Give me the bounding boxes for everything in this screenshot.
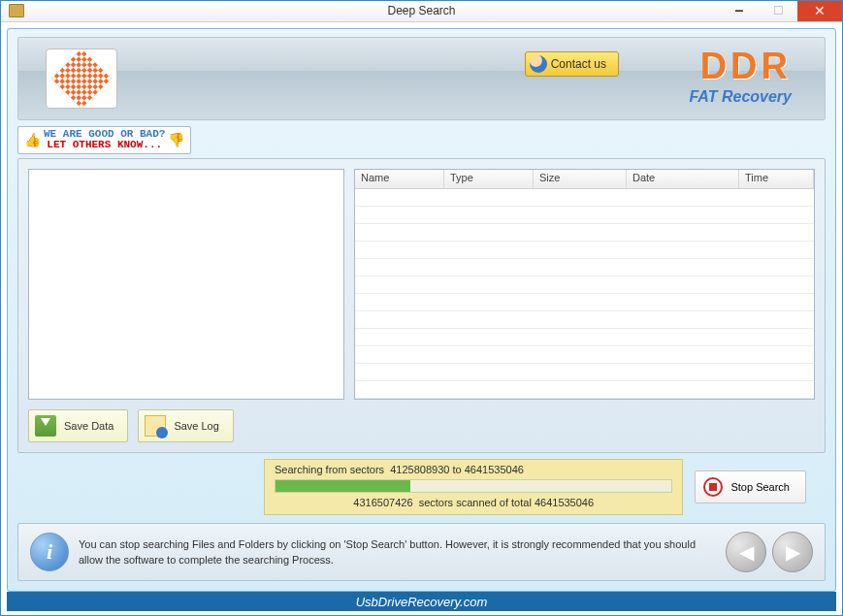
arrow-left-icon: ◀ — [739, 540, 754, 564]
col-name[interactable]: Name — [355, 170, 444, 188]
rating-line2: LET OTHERS KNOW... — [44, 140, 165, 151]
rating-button[interactable]: 👍 WE ARE GOOD OR BAD? LET OTHERS KNOW...… — [17, 126, 191, 154]
checker-icon — [51, 49, 112, 109]
table-row[interactable] — [355, 381, 814, 399]
table-row[interactable] — [355, 189, 814, 207]
table-row[interactable] — [355, 329, 814, 346]
back-button[interactable]: ◀ — [726, 532, 766, 572]
help-area: i You can stop searching Files and Folde… — [17, 523, 826, 581]
footer-link[interactable]: UsbDriveRecovery.com — [356, 595, 488, 609]
progress-bar-fill — [276, 480, 410, 492]
table-row[interactable] — [355, 242, 814, 259]
table-row[interactable] — [355, 311, 814, 329]
maximize-button[interactable]: ☐ — [759, 1, 797, 21]
window-controls: – ☐ ✕ — [720, 1, 842, 21]
save-data-button[interactable]: Save Data — [28, 409, 128, 442]
contact-label: Contact us — [551, 57, 606, 71]
window-title: Deep Search — [387, 4, 455, 17]
brand-title: DDR — [689, 48, 792, 84]
app-icon — [9, 4, 24, 17]
table-row[interactable] — [355, 364, 814, 381]
table-row[interactable] — [355, 224, 814, 242]
logo-box — [46, 49, 117, 109]
work-area: Name Type Size Date Time — [17, 158, 826, 453]
progress-bar — [275, 479, 672, 493]
col-time[interactable]: Time — [739, 170, 814, 188]
stop-search-button[interactable]: Stop Search — [695, 470, 806, 503]
thumb-down-icon: 👎 — [168, 132, 184, 148]
table-row[interactable] — [355, 259, 814, 276]
save-log-label: Save Log — [174, 420, 218, 432]
grid-header: Name Type Size Date Time — [355, 170, 814, 189]
brand: DDR FAT Recovery — [689, 48, 792, 106]
help-text: You can stop searching Files and Folders… — [79, 536, 716, 568]
stop-label: Stop Search — [730, 481, 790, 493]
col-date[interactable]: Date — [627, 170, 739, 188]
progress-area: Searching from sectors 4125808930 to 464… — [17, 459, 826, 515]
button-row: Save Data Save Log — [28, 409, 815, 442]
info-icon: i — [30, 533, 69, 571]
arrow-right-icon: ▶ — [786, 540, 800, 564]
footer: UsbDriveRecovery.com — [7, 592, 836, 611]
contact-us-button[interactable]: Contact us — [525, 51, 619, 77]
folder-tree[interactable] — [28, 169, 344, 400]
person-icon — [530, 55, 547, 73]
table-row[interactable] — [355, 294, 814, 311]
minimize-button[interactable]: – — [720, 1, 759, 21]
stop-icon — [703, 477, 723, 497]
table-row[interactable] — [355, 346, 814, 364]
progress-count-text: 4316507426 sectors scanned of total 4641… — [275, 497, 672, 508]
table-row[interactable] — [355, 207, 814, 224]
grid-rows — [355, 189, 814, 399]
thumb-up-icon: 👍 — [24, 132, 41, 148]
progress-box: Searching from sectors 4125808930 to 464… — [264, 459, 683, 515]
save-log-button[interactable]: Save Log — [138, 409, 233, 442]
header-banner: Contact us DDR FAT Recovery — [17, 37, 826, 120]
main-panel: Contact us DDR FAT Recovery 👍 WE ARE GOO… — [7, 28, 836, 592]
close-button[interactable]: ✕ — [797, 1, 842, 21]
brand-subtitle: FAT Recovery — [689, 88, 792, 106]
rating-bar: 👍 WE ARE GOOD OR BAD? LET OTHERS KNOW...… — [17, 126, 826, 154]
save-log-icon — [145, 415, 166, 437]
lists-container: Name Type Size Date Time — [28, 169, 815, 400]
file-grid[interactable]: Name Type Size Date Time — [354, 169, 815, 400]
col-type[interactable]: Type — [444, 170, 534, 188]
progress-range-text: Searching from sectors 4125808930 to 464… — [275, 464, 672, 475]
table-row[interactable] — [355, 276, 814, 294]
col-size[interactable]: Size — [534, 170, 627, 188]
save-data-icon — [35, 415, 56, 437]
app-window: Deep Search – ☐ ✕ Contact us DDR FAT Rec… — [0, 0, 843, 616]
client-area: Contact us DDR FAT Recovery 👍 WE ARE GOO… — [1, 22, 842, 615]
titlebar[interactable]: Deep Search – ☐ ✕ — [1, 1, 842, 22]
nav-buttons: ◀ ▶ — [726, 532, 813, 572]
forward-button[interactable]: ▶ — [772, 532, 813, 572]
save-data-label: Save Data — [64, 420, 113, 432]
